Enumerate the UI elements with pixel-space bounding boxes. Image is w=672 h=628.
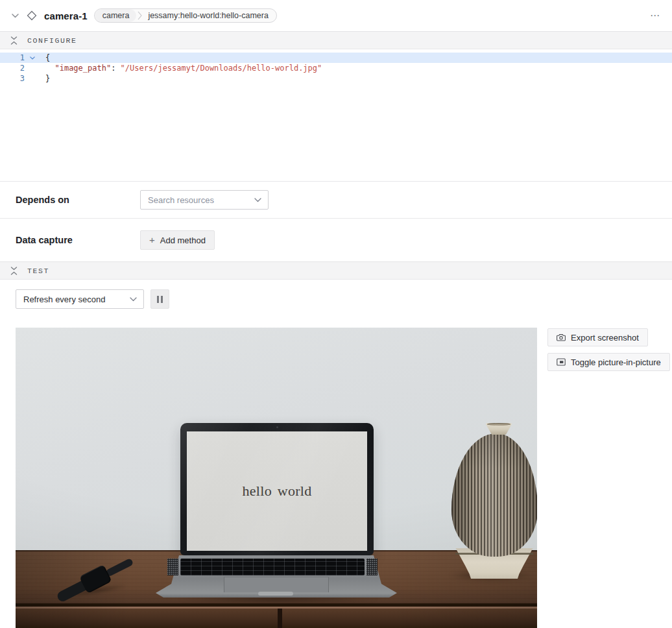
chevron-down-icon (130, 297, 137, 302)
laptop-webcam-dot (276, 426, 278, 428)
camera-stream-row: hello world Export screenshot Toggle p (0, 328, 672, 628)
json-key: "image_path" (54, 64, 111, 73)
resource-title: camera-1 (44, 10, 88, 21)
resource-type-badge: camera (95, 9, 137, 22)
laptop-speaker-right (366, 559, 378, 575)
refresh-rate-value: Refresh every second (23, 295, 130, 304)
depends-on-select[interactable]: Search resources (140, 190, 269, 210)
pause-icon (157, 296, 163, 303)
line-number: 3 (0, 73, 25, 84)
refresh-rate-select[interactable]: Refresh every second (16, 289, 144, 309)
depends-on-placeholder: Search resources (148, 195, 254, 205)
code-text: "image_path": "/Users/jessamyt/Downloads… (40, 63, 322, 73)
picture-in-picture-icon (557, 358, 566, 366)
collapse-card-chevron-icon[interactable] (10, 11, 19, 20)
depends-on-label: Depends on (16, 195, 140, 205)
vase-rim (487, 423, 510, 426)
line-number: 1 (0, 53, 25, 63)
card-menu-ellipsis-icon[interactable]: ⋯ (649, 10, 662, 21)
configure-section-label: CONFIGURE (27, 36, 77, 45)
json-colon: : (111, 64, 120, 73)
code-text: { (40, 53, 50, 63)
camera-stream-image: hello world (16, 328, 537, 628)
toggle-pip-label: Toggle picture-in-picture (571, 357, 661, 367)
add-method-button[interactable]: + Add method (140, 230, 215, 250)
toggle-pip-button[interactable]: Toggle picture-in-picture (547, 353, 670, 371)
plus-icon: + (149, 235, 155, 245)
code-line-1[interactable]: 1 { (0, 53, 672, 63)
depends-on-row: Depends on Search resources (0, 182, 672, 219)
laptop-trackpad (224, 577, 329, 592)
resource-type-model-badge: camera jessamy:hello-world:hello-camera (94, 8, 277, 23)
line-number: 2 (0, 63, 25, 73)
code-text: } (40, 73, 50, 84)
badge-separator-chevron-icon (136, 10, 143, 21)
watch-strap-short (105, 558, 134, 577)
export-screenshot-button[interactable]: Export screenshot (547, 328, 648, 346)
resource-model-badge: jessamy:hello-world:hello-camera (143, 11, 276, 20)
add-method-label: Add method (160, 235, 206, 245)
export-screenshot-label: Export screenshot (571, 333, 639, 343)
data-capture-row: Data capture + Add method (0, 219, 672, 261)
fold-chevron-icon[interactable] (25, 53, 40, 63)
code-line-2[interactable]: 2 "image_path": "/Users/jessamyt/Downloa… (0, 63, 672, 73)
stream-actions-column: Export screenshot Toggle picture-in-pict… (547, 328, 670, 371)
json-string-value: "/Users/jessamyt/Downloads/hello-world.j… (121, 64, 322, 73)
laptop-lid-notch (258, 592, 293, 596)
laptop-speaker-left (167, 559, 178, 575)
test-section-label: TEST (27, 267, 49, 275)
collapse-vertical-icon[interactable] (10, 36, 18, 45)
code-indent (45, 64, 54, 73)
test-section-bar: TEST (0, 261, 672, 280)
data-capture-label: Data capture (16, 235, 140, 245)
chevron-down-icon (254, 198, 261, 202)
pause-refresh-button[interactable] (150, 289, 169, 309)
camera-icon (557, 333, 566, 341)
collapse-vertical-icon[interactable] (10, 267, 18, 275)
code-line-3[interactable]: 3 } (0, 73, 672, 84)
fold-gutter (25, 73, 40, 84)
resource-header: camera-1 camera jessamy:hello-world:hell… (0, 0, 672, 31)
fold-gutter (25, 63, 40, 73)
configure-section-bar: CONFIGURE (0, 31, 672, 49)
laptop-keyboard (180, 559, 365, 575)
screen-reflection (180, 423, 374, 555)
json-config-editor[interactable]: 1 { 2 "image_path": "/Users/jessamyt/Dow… (0, 49, 672, 182)
test-controls-row: Refresh every second (0, 280, 672, 328)
component-diamond-icon (26, 10, 38, 21)
